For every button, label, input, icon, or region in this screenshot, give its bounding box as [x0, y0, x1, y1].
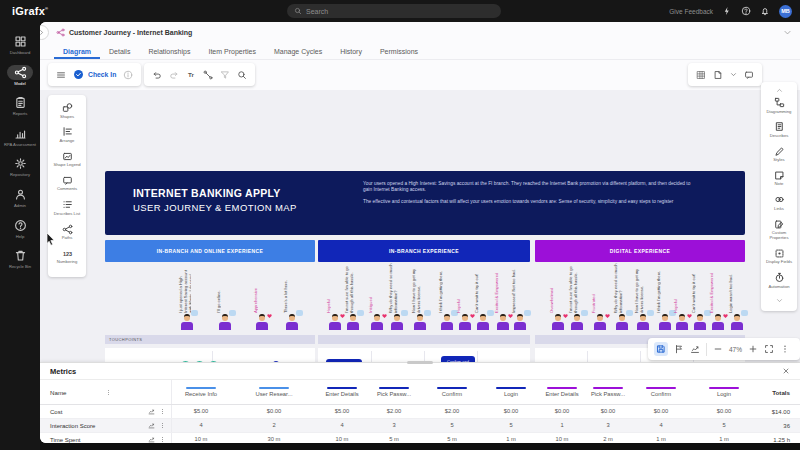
search-diagram-icon[interactable] [237, 70, 247, 80]
sidebar-item-reports[interactable]: Reports [0, 95, 40, 117]
undo-icon[interactable] [152, 70, 162, 80]
save-icon[interactable] [654, 342, 668, 356]
tab-diagram[interactable]: Diagram [54, 48, 100, 59]
persona-figure[interactable] [255, 314, 269, 331]
info-icon[interactable] [123, 70, 133, 80]
zoom-out-icon[interactable] [713, 344, 723, 354]
palette-item-styles[interactable]: Styles [762, 146, 796, 163]
bell-icon[interactable] [760, 6, 770, 16]
check-in-button[interactable]: Check In [88, 71, 116, 78]
persona-figure[interactable] [551, 314, 565, 331]
redo-icon[interactable] [169, 70, 179, 80]
metric-chart-icon[interactable] [148, 408, 155, 415]
panel-drag-handle[interactable] [407, 361, 433, 364]
sidebar-item-repository[interactable]: Repository [0, 156, 40, 178]
palette-item-diagramming[interactable]: Diagramming [762, 97, 796, 114]
tab-history[interactable]: History [331, 48, 371, 59]
sidebar-item-help[interactable]: Help [0, 218, 40, 240]
palette-item-automation[interactable]: Automation [762, 272, 796, 289]
persona-figure[interactable] [711, 314, 725, 331]
palette-item-paths[interactable]: Paths [50, 224, 84, 241]
metric-chart-icon[interactable] [148, 436, 155, 443]
text-tool-icon[interactable]: Tr [186, 70, 196, 80]
menu-icon[interactable] [56, 70, 66, 80]
give-feedback-link[interactable]: Give Feedback [669, 8, 713, 15]
sidebar-item-recycle-bin[interactable]: Recycle Bin [0, 248, 40, 270]
palette-item-custom-properties[interactable]: Custom Properties [762, 219, 796, 241]
band-in-branch-and-online-experience[interactable]: IN-BRANCH AND ONLINE EXPERIENCE [105, 240, 315, 262]
zoom-in-icon[interactable] [748, 344, 758, 354]
tab-manage-cycles[interactable]: Manage Cycles [265, 48, 331, 59]
check-in-icon[interactable] [73, 69, 84, 80]
palette-item-comments[interactable]: Comments [50, 175, 84, 192]
comment-panel-icon[interactable] [744, 70, 754, 80]
filter-icon[interactable] [220, 70, 230, 80]
persona-figure[interactable] [413, 314, 427, 331]
persona-figure[interactable] [636, 314, 650, 331]
persona-figure[interactable] [180, 314, 194, 331]
persona-figure[interactable] [285, 314, 299, 331]
flag-icon[interactable] [674, 344, 684, 354]
avatar[interactable]: MB [779, 5, 792, 18]
collapse-panel-button[interactable] [40, 25, 49, 40]
sidebar-item-rpa-assessment[interactable]: RPA Assessment [0, 126, 40, 148]
chevron-down-icon[interactable] [775, 297, 784, 304]
chevron-up-icon[interactable] [775, 87, 784, 94]
more-options-icon[interactable] [780, 344, 790, 354]
kebab-menu-icon[interactable] [159, 436, 166, 443]
global-search-input[interactable]: Search [287, 4, 501, 18]
palette-item-arrange[interactable]: Arrange [50, 126, 84, 143]
band-in-branch-experience[interactable]: IN-BRANCH EXPERIENCE [318, 240, 530, 262]
metric-chart-icon[interactable] [148, 422, 155, 429]
persona-figure[interactable] [346, 314, 360, 331]
palette-item-shapes[interactable]: Shapes [50, 102, 84, 119]
fit-screen-icon[interactable] [764, 344, 774, 354]
touchpoints-segment[interactable] [318, 335, 530, 344]
persona-figure[interactable] [693, 314, 707, 331]
palette-item-display-fields[interactable]: Display Fields [762, 248, 796, 265]
palette-item-note[interactable]: Note [762, 170, 796, 187]
palette-item-numbering[interactable]: 123 Numbering [50, 248, 84, 265]
kebab-menu-icon[interactable] [105, 389, 112, 396]
persona-figure[interactable] [476, 314, 490, 331]
persona-figure[interactable] [328, 314, 342, 331]
sidebar-item-dashboard[interactable]: Dashboard [0, 34, 40, 56]
kebab-menu-icon[interactable] [159, 422, 166, 429]
grid-view-icon[interactable] [696, 70, 706, 80]
chevron-down-icon[interactable] [783, 28, 792, 37]
connector-tool-icon[interactable] [203, 70, 213, 80]
persona-figure[interactable] [496, 314, 510, 331]
persona-figure[interactable] [658, 314, 672, 331]
chevron-down-icon[interactable] [730, 71, 737, 78]
sidebar-item-model[interactable]: Model [0, 65, 40, 87]
zoom-level[interactable]: 47% [729, 346, 742, 353]
persona-figure[interactable] [370, 314, 384, 331]
help-icon[interactable] [741, 6, 751, 16]
diagram-canvas[interactable]: INTERNET BANKING APPLY USER JOURNEY & EM… [40, 90, 800, 362]
page-setup-icon[interactable] [713, 70, 723, 80]
palette-item-describes[interactable]: Describes [762, 121, 796, 138]
persona-figure[interactable] [458, 314, 472, 331]
diagram-title-banner[interactable]: INTERNET BANKING APPLY USER JOURNEY & EM… [105, 171, 745, 235]
chart-icon[interactable] [690, 344, 700, 354]
persona-figure[interactable] [390, 314, 404, 331]
palette-item-links[interactable]: Links [762, 194, 796, 211]
kebab-menu-icon[interactable] [159, 408, 166, 415]
persona-figure[interactable] [675, 314, 689, 331]
persona-figure[interactable] [513, 314, 527, 331]
bolt-icon[interactable] [722, 6, 732, 16]
persona-figure[interactable] [730, 314, 744, 331]
persona-figure[interactable] [218, 314, 232, 331]
touchpoints-segment[interactable]: TOUCHPOINTS [105, 335, 315, 344]
persona-figure[interactable] [615, 314, 629, 331]
persona-figure[interactable] [440, 314, 454, 331]
close-icon[interactable] [782, 367, 790, 375]
sidebar-item-admin[interactable]: Admin [0, 187, 40, 209]
palette-item-describes-list[interactable]: Describes List [50, 199, 84, 216]
persona-figure[interactable] [570, 314, 584, 331]
persona-figure[interactable] [593, 314, 607, 331]
tab-permissions[interactable]: Permissions [371, 48, 427, 59]
tab-details[interactable]: Details [100, 48, 139, 59]
tab-item-properties[interactable]: Item Properties [199, 48, 264, 59]
band-digital-experience[interactable]: DIGITAL EXPERIENCE [535, 240, 745, 262]
